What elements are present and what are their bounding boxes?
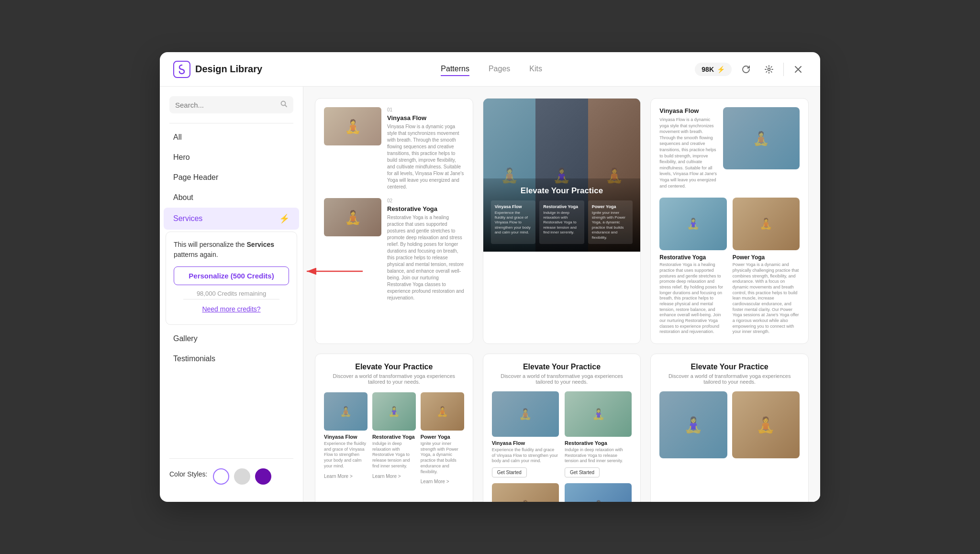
lightning-icon: ⚡ xyxy=(717,66,725,73)
card-num-2: 02 xyxy=(387,198,464,203)
list-item: 🧘 01 Vinyasa Flow Vinyasa Flow is a dyna… xyxy=(324,107,464,190)
four-col-yin: 🧘‍♀️ Yin Yoga Find balance and harmony w… xyxy=(565,483,632,502)
card-title-2: Restorative Yoga xyxy=(387,205,464,212)
pattern-card-hero: 🧘 🧘‍♀️ 🧘 Elevate Your Practice Vinyasa F… xyxy=(483,98,641,344)
col-img-power: 🧘 xyxy=(421,392,464,431)
card-list-inner: 🧘 01 Vinyasa Flow Vinyasa Flow is a dyna… xyxy=(315,99,473,318)
sub-item-2: 🧘 Power Yoga Power Yoga is a dynamic and… xyxy=(733,198,800,335)
search-input-wrap xyxy=(169,96,293,113)
need-credits-link[interactable]: Need more credits? xyxy=(174,303,289,315)
personalize-button[interactable]: Personalize (500 Credits) xyxy=(174,266,289,285)
main-img: 🧘 xyxy=(723,107,800,169)
credits-remaining: 98,000 Credits remaining xyxy=(174,290,289,297)
four-img-restorative: 🧘‍♀️ xyxy=(565,391,632,437)
personalize-description: This will personalize the Services patte… xyxy=(174,240,289,260)
col-img-restorative: 🧘‍♀️ xyxy=(372,392,416,431)
personalize-wrapper: This will personalize the Services patte… xyxy=(160,230,303,329)
close-button[interactable] xyxy=(790,61,807,78)
sub-desc-restorative: Restorative Yoga is a healing practice t… xyxy=(659,262,726,335)
sub-desc-1: Experience the fluidity and grace of Vin… xyxy=(495,211,532,235)
tab-pages[interactable]: Pages xyxy=(489,63,510,76)
credits-badge: 98K ⚡ xyxy=(695,63,732,76)
sidebar-item-services[interactable]: Services ⚡ xyxy=(164,208,299,230)
four-img-vinyasa: 🧘 xyxy=(492,391,559,437)
sidebar-item-gallery[interactable]: Gallery xyxy=(164,329,299,349)
services-lightning-icon: ⚡ xyxy=(279,213,290,224)
four-col-power: 🧘 Power Yoga Ignite your inner strength … xyxy=(492,483,559,502)
card-text-1: 01 Vinyasa Flow Vinyasa Flow is a dynami… xyxy=(387,107,464,190)
color-swatch-purple[interactable] xyxy=(255,468,271,485)
tab-patterns[interactable]: Patterns xyxy=(441,63,469,76)
tab-kits[interactable]: Kits xyxy=(529,63,542,76)
sidebar: All Hero Page Header About Services ⚡ Th… xyxy=(160,87,303,502)
main-text: Vinyasa Flow Vinyasa Flow is a dynamic y… xyxy=(659,107,717,189)
modal-overlay: Design Library Patterns Pages Kits 98K ⚡ xyxy=(0,0,980,554)
section-title-3col: Elevate Your Practice xyxy=(324,363,464,371)
app-title: Design Library xyxy=(195,64,262,75)
sub-title-2: Restorative Yoga xyxy=(543,204,580,209)
search-input[interactable] xyxy=(175,101,276,109)
header-divider xyxy=(783,63,784,76)
credits-value: 98K xyxy=(702,66,714,73)
main-title: Vinyasa Flow xyxy=(659,107,717,114)
card-title-1: Vinyasa Flow xyxy=(387,114,464,122)
sub-title-3: Power Yoga xyxy=(592,204,629,209)
col-link-restorative[interactable]: Learn More > xyxy=(372,474,401,479)
four-img-power: 🧘 xyxy=(492,483,559,502)
main-desc: Vinyasa Flow is a dynamic yoga style tha… xyxy=(659,117,717,189)
col-link-power[interactable]: Learn More > xyxy=(421,479,449,484)
col-link-vinyasa[interactable]: Learn More > xyxy=(324,474,353,479)
sidebar-item-hero[interactable]: Hero xyxy=(164,147,299,167)
color-swatch-gray[interactable] xyxy=(234,468,250,485)
sub-items-row: 🧘‍♀️ Restorative Yoga Restorative Yoga i… xyxy=(659,198,800,335)
section-title-4col: Elevate Your Practice xyxy=(492,363,632,371)
card-three-col-inner: Elevate Your Practice Discover a world o… xyxy=(315,354,473,494)
col-item-power: 🧘 Power Yoga Ignite your inner strength … xyxy=(421,392,464,485)
section-subtitle-4col: Discover a world of transformative yoga … xyxy=(492,373,632,385)
four-img-yin: 🧘‍♀️ xyxy=(565,483,632,502)
card-right-inner: Vinyasa Flow Vinyasa Flow is a dynamic y… xyxy=(651,99,808,343)
settings-button[interactable] xyxy=(760,61,778,78)
hero2-subtitle: Discover a world of transformative yoga … xyxy=(659,373,800,385)
sub-desc-3: Ignite your inner strength with Power Yo… xyxy=(592,211,629,240)
col-img-vinyasa: 🧘 xyxy=(324,392,368,431)
patterns-grid: 🧘 01 Vinyasa Flow Vinyasa Flow is a dyna… xyxy=(315,98,809,502)
color-swatch-outline[interactable] xyxy=(213,468,229,485)
hero-sub-card-3: Power Yoga Ignite your inner strength wi… xyxy=(588,200,633,244)
content-area: 🧘 01 Vinyasa Flow Vinyasa Flow is a dyna… xyxy=(303,87,820,502)
sidebar-item-all[interactable]: All xyxy=(164,127,299,147)
color-styles-section: Color Styles: xyxy=(160,463,303,492)
sidebar-item-about[interactable]: About xyxy=(164,188,299,208)
sidebar-item-page-header[interactable]: Page Header xyxy=(164,167,299,188)
four-desc-vinyasa: Experience the fluidity and grace of Vin… xyxy=(492,447,559,464)
main-right-item: Vinyasa Flow Vinyasa Flow is a dynamic y… xyxy=(659,107,800,189)
vinyasa-get-started-btn[interactable]: Get Started xyxy=(492,467,527,477)
sub-img-2: 🧘 xyxy=(733,198,800,250)
four-col-restorative: 🧘‍♀️ Restorative Yoga Indulge in deep re… xyxy=(565,391,632,477)
hero-sub-card-2: Restorative Yoga Indulge in deep relaxat… xyxy=(539,200,584,244)
pattern-card-four-col: Elevate Your Practice Discover a world o… xyxy=(483,354,641,502)
hero-sub-card-1: Vinyasa Flow Experience the fluidity and… xyxy=(491,200,536,244)
hero2-images-grid: 🧘‍♀️ 🧘 xyxy=(659,391,800,458)
sub-desc-power: Power Yoga is a dynamic and physically c… xyxy=(733,262,800,335)
hero2-title: Elevate Your Practice xyxy=(659,363,800,371)
modal-body: All Hero Page Header About Services ⚡ Th… xyxy=(160,87,820,502)
logo-area: Design Library xyxy=(173,61,288,78)
card-four-col-inner: Elevate Your Practice Discover a world o… xyxy=(483,354,641,502)
hero-sub-grid: Vinyasa Flow Experience the fluidity and… xyxy=(491,200,633,244)
four-title-vinyasa: Vinyasa Flow xyxy=(492,440,559,446)
restorative-get-started-btn[interactable]: Get Started xyxy=(565,467,600,477)
hero-overlay: Elevate Your Practice Vinyasa Flow Exper… xyxy=(483,178,641,252)
refresh-button[interactable] xyxy=(737,61,755,78)
sidebar-bottom-divider xyxy=(169,458,293,459)
sidebar-item-testimonials[interactable]: Testimonials xyxy=(164,349,299,369)
design-library-modal: Design Library Patterns Pages Kits 98K ⚡ xyxy=(160,52,820,502)
col-item-vinyasa: 🧘 Vinyasa Flow Experience the fluidity a… xyxy=(324,392,368,485)
col-item-restorative: 🧘‍♀️ Restorative Yoga Indulge in deep re… xyxy=(372,392,416,485)
col-desc-restorative: Indulge in deep relaxation with Restorat… xyxy=(372,441,416,469)
sub-title-restorative: Restorative Yoga xyxy=(659,254,726,261)
card-desc-2: Restorative Yoga is a healing practice t… xyxy=(387,214,464,301)
color-swatches xyxy=(213,468,271,485)
four-title-restorative: Restorative Yoga xyxy=(565,440,632,446)
card-text-2: 02 Restorative Yoga Restorative Yoga is … xyxy=(387,198,464,301)
